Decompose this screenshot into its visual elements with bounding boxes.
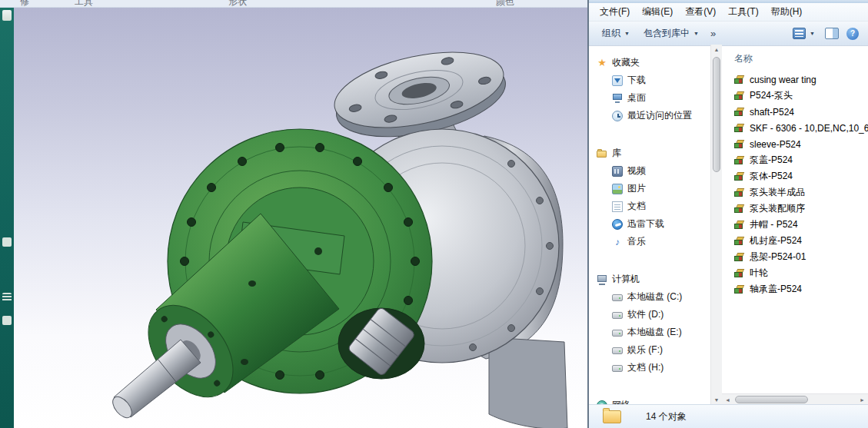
computer-icon: [597, 274, 607, 285]
file-name: 泵盖-P524: [750, 154, 793, 167]
xunlei-icon: [612, 219, 623, 230]
command-bar: 组织 ▼ 包含到库中 ▼ » ▼ ?: [589, 22, 868, 46]
nav-item-desktop[interactable]: 桌面: [589, 89, 710, 107]
file-row[interactable]: 泵头装半成品: [722, 184, 868, 201]
nav-item-computer[interactable]: 计算机: [589, 270, 710, 288]
cad-menu-item[interactable]: 工具: [75, 0, 93, 8]
pump-3d-model: [14, 7, 587, 428]
nav-item-favorites[interactable]: ★ 收藏夹: [589, 54, 710, 71]
nav-item-drive-e[interactable]: 本地磁盘 (E:): [589, 323, 710, 341]
menu-tools[interactable]: 工具(T): [722, 3, 764, 21]
help-button[interactable]: ?: [846, 28, 859, 40]
nav-item-drive-h[interactable]: 文档 (H:): [589, 359, 710, 377]
nav-item-videos[interactable]: 视频: [589, 162, 710, 180]
file-name: 悬架-P524-01: [750, 250, 806, 264]
file-row[interactable]: 叶轮: [722, 265, 868, 281]
file-row[interactable]: SKF - 6306 - 10,DE,NC,10_6: [722, 120, 868, 136]
cad-viewport[interactable]: [14, 7, 587, 428]
scroll-left-arrow-icon[interactable]: ◄: [722, 397, 733, 403]
solidworks-file-icon: [734, 284, 744, 294]
file-name: 轴承盖-P524: [750, 283, 802, 296]
folder-icon: [603, 410, 621, 423]
file-row[interactable]: 泵体-P524: [722, 168, 868, 184]
organize-button[interactable]: 组织 ▼: [595, 24, 637, 43]
panel-list-icon[interactable]: [2, 293, 12, 302]
solidworks-file-icon: [734, 139, 744, 149]
nav-item-documents[interactable]: 文档: [589, 197, 710, 215]
file-row[interactable]: 泵头装配顺序: [722, 201, 868, 217]
star-icon: ★: [597, 58, 607, 68]
solidworks-file-icon: [734, 155, 744, 165]
file-row[interactable]: 泵盖-P524: [722, 152, 868, 168]
file-name: 泵体-P524: [750, 170, 793, 183]
nav-item-downloads[interactable]: 下载: [589, 71, 710, 89]
nav-item-drive-c[interactable]: 本地磁盘 (C:): [589, 288, 710, 306]
toolbar-right-group: ▼ ?: [790, 26, 862, 41]
file-list-pane: 名称 cusing wear ting P524-泵头 shaft-P524 S…: [722, 45, 868, 405]
solidworks-file-icon: [734, 204, 744, 214]
nav-item-music[interactable]: ♪ 音乐: [589, 233, 710, 250]
clock-icon: [612, 111, 623, 121]
nav-item-libraries[interactable]: 库: [589, 144, 710, 162]
nav-item-drive-f[interactable]: 娱乐 (F:): [589, 341, 710, 359]
nav-label: 下载: [627, 74, 646, 87]
cad-menu-item[interactable]: 颜色: [496, 0, 514, 8]
solidworks-file-icon: [734, 236, 744, 246]
menu-file[interactable]: 文件(F): [594, 3, 636, 21]
nav-item-drive-d[interactable]: 软件 (D:): [589, 306, 710, 323]
solidworks-file-icon: [734, 187, 744, 197]
video-icon: [612, 166, 623, 177]
menu-edit[interactable]: 编辑(E): [636, 3, 679, 21]
file-name: 机封座-P524: [750, 234, 802, 247]
file-row[interactable]: sleeve-P524: [722, 136, 868, 152]
library-folder-icon: [597, 148, 607, 159]
scrollbar-thumb[interactable]: [735, 396, 808, 403]
item-count: 14 个对象: [646, 410, 687, 423]
scroll-down-arrow-icon[interactable]: ▼: [711, 397, 722, 403]
music-note-icon: ♪: [612, 237, 623, 247]
downloads-icon: [612, 75, 623, 86]
change-view-button[interactable]: ▼: [790, 26, 817, 41]
cad-menu-item[interactable]: 修: [20, 0, 29, 8]
file-row[interactable]: 机封座-P524: [722, 233, 868, 249]
nav-item-pictures[interactable]: 图片: [589, 180, 710, 197]
file-row[interactable]: 悬架-P524-01: [722, 249, 868, 265]
panel-document-icon[interactable]: [2, 10, 12, 21]
scroll-up-arrow-icon[interactable]: ▲: [711, 47, 722, 52]
bracket-hole: [314, 247, 322, 255]
nav-label: 迅雷下载: [627, 217, 664, 231]
pictures-icon: [612, 184, 623, 194]
solidworks-file-icon: [734, 91, 744, 101]
filelist-horizontal-scrollbar[interactable]: ◄ ►: [722, 393, 868, 405]
drive-icon: [612, 330, 623, 337]
nav-item-xunlei-downloads[interactable]: 迅雷下载: [589, 215, 710, 233]
panel-tool-icon-2[interactable]: [2, 316, 12, 325]
scroll-right-arrow-icon[interactable]: ►: [856, 397, 868, 403]
solidworks-file-icon: [734, 107, 744, 117]
file-name: cusing wear ting: [750, 75, 816, 85]
menu-help[interactable]: 帮助(H): [765, 3, 809, 21]
scrollbar-thumb[interactable]: [713, 57, 720, 172]
nav-item-recent-places[interactable]: 最近访问的位置: [589, 107, 710, 124]
file-row[interactable]: 轴承盖-P524: [722, 281, 868, 297]
panel-tool-icon[interactable]: [2, 237, 12, 247]
preview-pane-icon[interactable]: [825, 28, 839, 39]
cad-side-panel: [0, 0, 14, 428]
cad-menu-item[interactable]: 形状: [228, 0, 247, 8]
file-row[interactable]: P524-泵头: [722, 88, 868, 104]
file-row[interactable]: cusing wear ting: [722, 71, 868, 88]
file-row[interactable]: 井帽 - P524: [722, 217, 868, 233]
nav-label: 桌面: [627, 91, 646, 105]
file-row[interactable]: shaft-P524: [722, 104, 868, 120]
include-in-library-button[interactable]: 包含到库中 ▼: [637, 24, 706, 43]
organize-label: 组织: [602, 27, 620, 40]
navpane-vertical-scrollbar[interactable]: ▲ ▼: [710, 45, 722, 405]
menu-view[interactable]: 查看(V): [679, 3, 722, 21]
file-name: SKF - 6306 - 10,DE,NC,10_6: [750, 123, 868, 134]
nav-label: 最近访问的位置: [627, 109, 692, 122]
scrollbar-track[interactable]: [733, 394, 856, 405]
nav-label: 文档 (H:): [627, 361, 663, 374]
nav-label: 文档: [627, 200, 646, 213]
column-header-name[interactable]: 名称: [722, 52, 868, 65]
toolbar-overflow-chevron[interactable]: »: [706, 28, 720, 39]
